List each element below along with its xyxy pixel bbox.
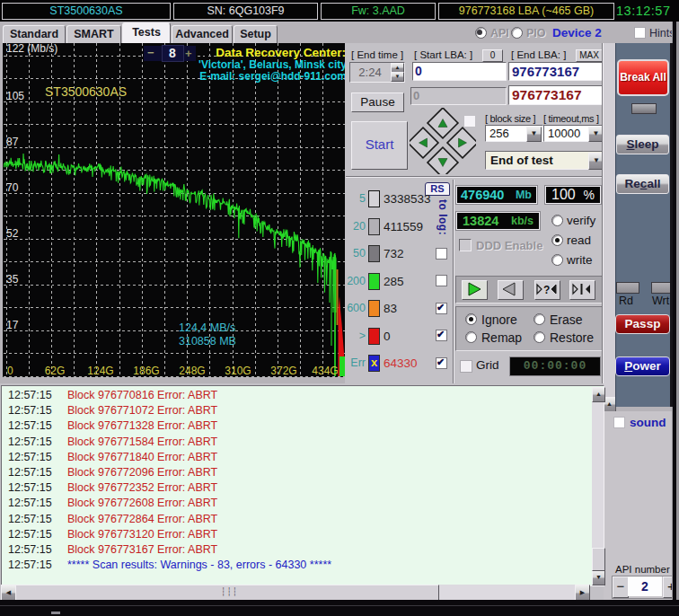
svg-text:35: 35 [6,273,19,286]
svg-text:70: 70 [6,181,19,194]
svg-text:124,4 MB/s: 124,4 MB/s [179,321,235,334]
svg-text:+: + [185,47,192,60]
svg-text:−: − [147,46,154,59]
svg-text:248G: 248G [179,365,205,377]
svg-text:0: 0 [7,365,13,377]
svg-text:434G: 434G [312,365,338,377]
svg-text:124G: 124G [87,365,113,377]
svg-text:372G: 372G [270,365,296,377]
svg-text:87: 87 [6,136,19,148]
svg-text:310858 MB: 310858 MB [179,335,236,348]
svg-text:17: 17 [6,319,19,331]
svg-text:'Victoria', Belarus, Minsk cit: 'Victoria', Belarus, Minsk city [198,58,346,71]
svg-text:E-mail: sergei@hdd-911.com: E-mail: sergei@hdd-911.com [199,70,346,83]
svg-text:8: 8 [169,46,176,60]
svg-text:105: 105 [6,90,24,102]
svg-text:310G: 310G [225,365,251,377]
svg-text:62G: 62G [45,365,66,377]
svg-text:?: ? [543,284,550,296]
svg-text:186G: 186G [133,365,159,377]
svg-text:52: 52 [6,227,19,240]
svg-text:122 (Mb/s): 122 (Mb/s) [6,43,57,55]
svg-text:Data Recovery Center:: Data Recovery Center: [216,46,346,59]
svg-text:ST3500630AS: ST3500630AS [45,84,127,99]
